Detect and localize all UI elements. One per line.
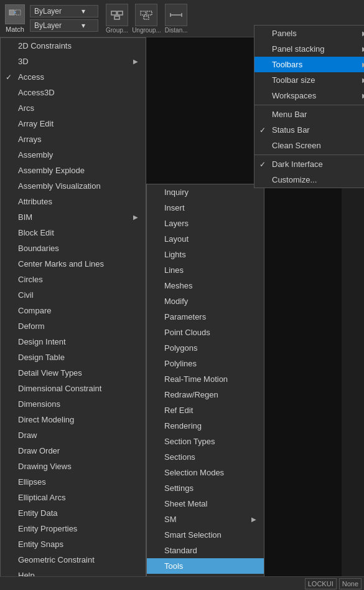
menu2-item[interactable]: Rendering bbox=[147, 418, 264, 434]
menu1-item[interactable]: Entity Snaps bbox=[1, 536, 146, 552]
menu2-item[interactable]: Selection Modes bbox=[147, 465, 264, 480]
menu1-item[interactable]: Access3D bbox=[1, 85, 146, 100]
menu4-item[interactable]: Menu Bar bbox=[254, 107, 364, 122]
menu4-item[interactable]: Workspaces▶ bbox=[254, 88, 364, 103]
ungroup-button[interactable]: Ungroup... bbox=[132, 4, 161, 34]
menu4-item[interactable]: Toolbars▶ bbox=[254, 57, 364, 72]
menu2-item[interactable]: SM▶ bbox=[147, 511, 264, 527]
menu1-item[interactable]: Draw Order bbox=[1, 443, 146, 459]
menu1-item[interactable]: Direct Modeling bbox=[1, 412, 146, 427]
menu4-item[interactable]: Dark Interface bbox=[254, 156, 364, 172]
menu1-item[interactable]: Design Table bbox=[1, 350, 146, 365]
menu2-item[interactable]: Modify bbox=[147, 293, 264, 309]
layer-dropdowns: ByLayer ▾ ByLayer ▾ bbox=[30, 5, 98, 32]
menu2-item[interactable]: Meshes bbox=[147, 278, 264, 293]
menu2-item[interactable]: Layers bbox=[147, 216, 264, 231]
menu4-item[interactable]: Customize... bbox=[254, 172, 364, 188]
menu1-item[interactable]: Elliptical Arcs bbox=[1, 490, 146, 505]
menu4-item[interactable]: Clean Screen bbox=[254, 138, 364, 153]
menu2-item[interactable]: Parameters bbox=[147, 309, 264, 325]
menu2-item[interactable]: Smart Selection bbox=[147, 527, 264, 543]
menu2-item[interactable]: Settings bbox=[147, 480, 264, 496]
menu-toolbar-items: 2D Constraints3D▶AccessAccess3DArcsArray… bbox=[0, 37, 146, 590]
menu1-item[interactable]: Arcs bbox=[1, 100, 146, 116]
menu1-item[interactable]: Geometric Constraint bbox=[1, 552, 146, 568]
menu1-item[interactable]: Attributes bbox=[1, 194, 146, 209]
distance-label: Distan... bbox=[165, 27, 188, 34]
svg-rect-3 bbox=[111, 11, 116, 15]
svg-rect-4 bbox=[118, 11, 123, 15]
menu4-item[interactable]: Panels▶ bbox=[254, 26, 364, 41]
menu2-item[interactable]: Point Clouds bbox=[147, 325, 264, 340]
svg-rect-5 bbox=[114, 16, 119, 19]
menu-separator bbox=[254, 155, 364, 155]
group-button[interactable]: Group... bbox=[106, 4, 128, 34]
menu2-item[interactable]: Layout bbox=[147, 231, 264, 247]
menu1-item[interactable]: 3D▶ bbox=[1, 54, 146, 69]
menu2-item[interactable]: Section Types bbox=[147, 434, 264, 449]
menu2-item[interactable]: Lights bbox=[147, 247, 264, 262]
dropdown-bylayer-2[interactable]: ByLayer ▾ bbox=[30, 19, 98, 32]
menu-bricscad-submenu: Panels▶Panel stacking▶Toolbars▶Toolbar s… bbox=[254, 25, 364, 188]
menu1-item[interactable]: Design Intent bbox=[1, 334, 146, 350]
menu1-item[interactable]: Assembly bbox=[1, 147, 146, 163]
menu2-item[interactable]: Sheet Metal bbox=[147, 496, 264, 511]
menu1-item[interactable]: BIM▶ bbox=[1, 209, 146, 225]
menu4-item[interactable]: Panel stacking▶ bbox=[254, 41, 364, 57]
none-status[interactable]: None bbox=[339, 578, 362, 589]
menu1-item[interactable]: Block Edit bbox=[1, 225, 146, 240]
menu2-item[interactable]: Tools bbox=[147, 558, 264, 574]
menu1-item[interactable]: Access bbox=[1, 69, 146, 85]
menu1-item[interactable]: Center Marks and Lines bbox=[1, 256, 146, 272]
svg-rect-7 bbox=[147, 11, 152, 15]
menu2-item[interactable]: Lines bbox=[147, 262, 264, 278]
status-bar: LOCKUI None bbox=[0, 576, 364, 590]
menu2-item[interactable]: Real-Time Motion bbox=[147, 371, 264, 387]
lockui-status[interactable]: LOCKUI bbox=[305, 578, 337, 589]
menu1-item[interactable]: Compare bbox=[1, 303, 146, 318]
menu-more-items: InquiryInsertLayersLayoutLightsLinesMesh… bbox=[146, 184, 264, 590]
match-icon bbox=[5, 4, 25, 24]
menu2-item[interactable]: Polylines bbox=[147, 356, 264, 371]
menu1-item[interactable]: 2D Constraints bbox=[1, 38, 146, 54]
menu4-item[interactable]: Status Bar bbox=[254, 122, 364, 138]
menu1-item[interactable]: Array Edit bbox=[1, 116, 146, 131]
menu1-item[interactable]: Draw bbox=[1, 427, 146, 443]
svg-rect-6 bbox=[141, 11, 146, 15]
menu1-item[interactable]: Arrays bbox=[1, 131, 146, 147]
menu2-item[interactable]: Standard bbox=[147, 543, 264, 558]
menu4-item[interactable]: Toolbar size▶ bbox=[254, 72, 364, 88]
match-tool[interactable]: Match bbox=[5, 4, 25, 33]
menu1-item[interactable]: Dimensions bbox=[1, 396, 146, 412]
menu1-item[interactable]: Civil bbox=[1, 287, 146, 303]
svg-rect-1 bbox=[16, 10, 21, 15]
menu1-item[interactable]: Drawing Views bbox=[1, 459, 146, 474]
menu1-item[interactable]: Entity Data bbox=[1, 505, 146, 521]
menu1-item[interactable]: Boundaries bbox=[1, 240, 146, 256]
match-label: Match bbox=[6, 26, 24, 33]
svg-rect-0 bbox=[9, 10, 14, 15]
menu1-item[interactable]: Assembly Visualization bbox=[1, 178, 146, 194]
menu1-item[interactable]: Ellipses bbox=[1, 474, 146, 490]
ungroup-label: Ungroup... bbox=[132, 27, 161, 34]
menu1-item[interactable]: Assembly Explode bbox=[1, 163, 146, 178]
menu2-item[interactable]: Inquiry bbox=[147, 184, 264, 200]
toolbar-buttons: Group... Ungroup... Distan... bbox=[106, 4, 188, 34]
menu2-item[interactable]: Polygons bbox=[147, 340, 264, 356]
menu1-item[interactable]: Detail View Types bbox=[1, 365, 146, 381]
menu-separator bbox=[254, 105, 364, 105]
menu1-item[interactable]: Dimensional Constraint bbox=[1, 381, 146, 396]
menu1-item[interactable]: Entity Properties bbox=[1, 521, 146, 536]
menu2-item[interactable]: Redraw/Regen bbox=[147, 387, 264, 402]
group-label: Group... bbox=[106, 27, 128, 34]
menu1-item[interactable]: Deform bbox=[1, 318, 146, 334]
menu2-item[interactable]: Sections bbox=[147, 449, 264, 465]
menu2-item[interactable]: Ref Edit bbox=[147, 402, 264, 418]
distance-button[interactable]: Distan... bbox=[165, 4, 188, 34]
svg-rect-8 bbox=[144, 16, 149, 19]
menu2-item[interactable]: Insert bbox=[147, 200, 264, 216]
dropdown-bylayer-1[interactable]: ByLayer ▾ bbox=[30, 5, 98, 17]
menu1-item[interactable]: Circles bbox=[1, 272, 146, 287]
